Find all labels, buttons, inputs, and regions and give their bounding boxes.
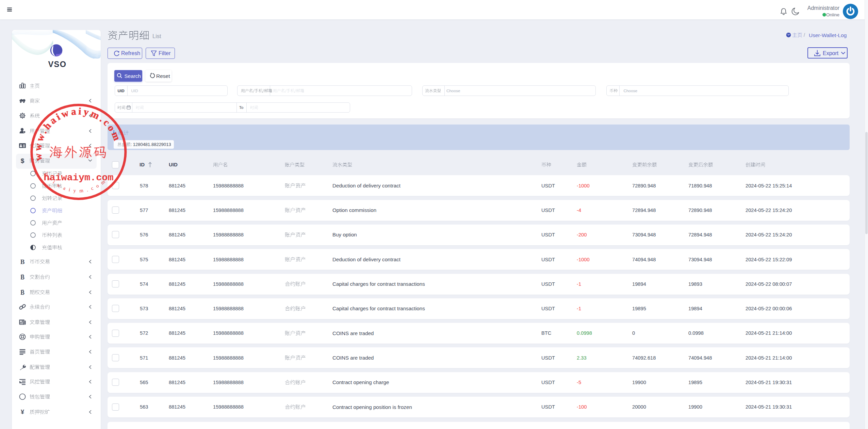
svg-text:B: B: [20, 258, 25, 265]
svg-text:2024-05-21 21:14:00: 2024-05-21 21:14:00: [746, 330, 792, 336]
svg-text:Contract opening position is f: Contract opening position is frozen: [332, 404, 412, 410]
svg-text:881245: 881245: [169, 257, 185, 262]
svg-text:ID: ID: [140, 162, 145, 167]
svg-text:2024-05-22 15:24:20: 2024-05-22 15:24:20: [746, 232, 792, 237]
svg-text:User-Wallet-Log: User-Wallet-Log: [809, 32, 847, 38]
svg-text:573: 573: [140, 306, 148, 311]
svg-text:2024-05-21 19:30:31: 2024-05-21 19:30:31: [746, 380, 792, 385]
svg-text:73094.948: 73094.948: [688, 257, 712, 262]
svg-text:USDT: USDT: [541, 281, 555, 287]
svg-text:/: /: [804, 32, 805, 38]
svg-text:-1000: -1000: [577, 257, 590, 262]
svg-text:572: 572: [140, 330, 148, 336]
svg-text:B: B: [20, 289, 24, 296]
svg-text:USDT: USDT: [541, 183, 555, 188]
svg-text:2024-05-22 08:00:07: 2024-05-22 08:00:07: [746, 281, 792, 287]
svg-text:2.33: 2.33: [577, 355, 587, 361]
svg-text:2024-05-22 00:00:06: 2024-05-22 00:00:06: [746, 306, 792, 311]
svg-text:Search: Search: [125, 73, 141, 79]
svg-text:881245: 881245: [169, 404, 185, 410]
svg-text:2024-05-22 15:24:20: 2024-05-22 15:24:20: [746, 208, 792, 213]
svg-text:To: To: [239, 105, 244, 110]
svg-text:575: 575: [140, 257, 148, 262]
svg-text:USDT: USDT: [541, 380, 555, 385]
svg-text:15988888888: 15988888888: [213, 232, 244, 237]
svg-text:881245: 881245: [169, 330, 185, 336]
svg-text:Export: Export: [823, 50, 839, 56]
svg-text:881245: 881245: [169, 208, 185, 213]
svg-text:USDT: USDT: [541, 355, 555, 361]
svg-text:19900: 19900: [688, 404, 702, 410]
svg-text:74092.618: 74092.618: [632, 355, 656, 361]
svg-text:BTC: BTC: [541, 330, 552, 336]
svg-text:73094.948: 73094.948: [632, 232, 656, 237]
svg-text:-5: -5: [577, 380, 581, 385]
svg-text:881245: 881245: [169, 281, 185, 287]
svg-text:881245: 881245: [169, 380, 185, 385]
svg-text:Filter: Filter: [159, 50, 171, 56]
svg-text:COINS are traded: COINS are traded: [332, 355, 374, 361]
svg-text:15988888888: 15988888888: [213, 306, 244, 311]
svg-text:72890.948: 72890.948: [688, 208, 712, 213]
svg-text:15988888888: 15988888888: [213, 380, 244, 385]
svg-text:-4: -4: [577, 208, 581, 213]
svg-text:881245: 881245: [169, 306, 185, 311]
svg-text:$: $: [21, 157, 24, 164]
svg-text:20000: 20000: [632, 404, 646, 410]
svg-text:0.0998: 0.0998: [577, 330, 592, 336]
svg-text:19894: 19894: [632, 281, 646, 287]
svg-text:Choose: Choose: [624, 88, 638, 93]
svg-text:576: 576: [140, 232, 148, 237]
svg-text:2024-05-22 15:22:09: 2024-05-22 15:22:09: [746, 257, 792, 262]
svg-text:haiwaiym.com: haiwaiym.com: [44, 172, 113, 183]
svg-text:0: 0: [632, 330, 635, 336]
svg-text:¥: ¥: [21, 409, 24, 415]
svg-text:Refresh: Refresh: [121, 50, 140, 56]
svg-text:VSO: VSO: [48, 60, 66, 69]
svg-text:71890.948: 71890.948: [688, 183, 712, 188]
svg-text:: 1280481.88229013: : 1280481.88229013: [131, 142, 171, 147]
svg-text:USDT: USDT: [541, 257, 555, 262]
svg-text:-1: -1: [577, 306, 581, 311]
svg-text:577: 577: [140, 208, 148, 213]
svg-text:Option commission: Option commission: [332, 207, 376, 213]
svg-text:72890.948: 72890.948: [632, 183, 656, 188]
svg-text:Deduction of delivery contract: Deduction of delivery contract: [332, 257, 401, 262]
svg-text:15988888888: 15988888888: [213, 281, 244, 287]
svg-text:Deduction of delivery contract: Deduction of delivery contract: [332, 183, 401, 188]
svg-text:Reset: Reset: [156, 73, 170, 79]
svg-text:Capital charges for contract t: Capital charges for contract transaction…: [332, 306, 425, 311]
svg-text:UID: UID: [131, 88, 138, 93]
svg-text:881245: 881245: [169, 355, 185, 361]
svg-text:B: B: [20, 274, 24, 281]
svg-text:19895: 19895: [632, 306, 646, 311]
svg-text:2024-05-21 19:30:31: 2024-05-21 19:30:31: [746, 404, 792, 410]
svg-text:Buy option: Buy option: [332, 232, 357, 237]
svg-text:COINS are traded: COINS are traded: [332, 330, 374, 336]
svg-text:Capital charges for contract t: Capital charges for contract transaction…: [332, 281, 425, 287]
svg-text:15988888888: 15988888888: [213, 208, 244, 213]
svg-text:Online: Online: [826, 12, 839, 17]
svg-text:72894.948: 72894.948: [688, 232, 712, 237]
svg-text:19895: 19895: [688, 380, 702, 385]
svg-text:USDT: USDT: [541, 232, 555, 237]
svg-text:-1000: -1000: [577, 183, 590, 188]
svg-text:USDT: USDT: [541, 208, 555, 213]
svg-text:Contract opening charge: Contract opening charge: [332, 379, 389, 385]
svg-text:563: 563: [140, 404, 148, 410]
svg-text:0.0998: 0.0998: [688, 330, 704, 336]
svg-text:Administrator: Administrator: [807, 5, 840, 11]
svg-text:2024-05-22 15:25:14: 2024-05-22 15:25:14: [746, 183, 792, 188]
svg-text:881245: 881245: [169, 232, 185, 237]
svg-text:2024-05-21 21:14:00: 2024-05-21 21:14:00: [746, 355, 792, 361]
svg-text:15988888888: 15988888888: [213, 183, 244, 188]
svg-text:19900: 19900: [632, 380, 646, 385]
svg-text:-100: -100: [577, 404, 587, 410]
svg-text:565: 565: [140, 380, 148, 385]
svg-text:15988888888: 15988888888: [213, 330, 244, 336]
svg-text:578: 578: [140, 183, 148, 188]
svg-text:15988888888: 15988888888: [213, 355, 244, 361]
svg-text:19893: 19893: [688, 281, 702, 287]
svg-text:881245: 881245: [169, 183, 185, 188]
svg-text:UID: UID: [117, 88, 125, 93]
